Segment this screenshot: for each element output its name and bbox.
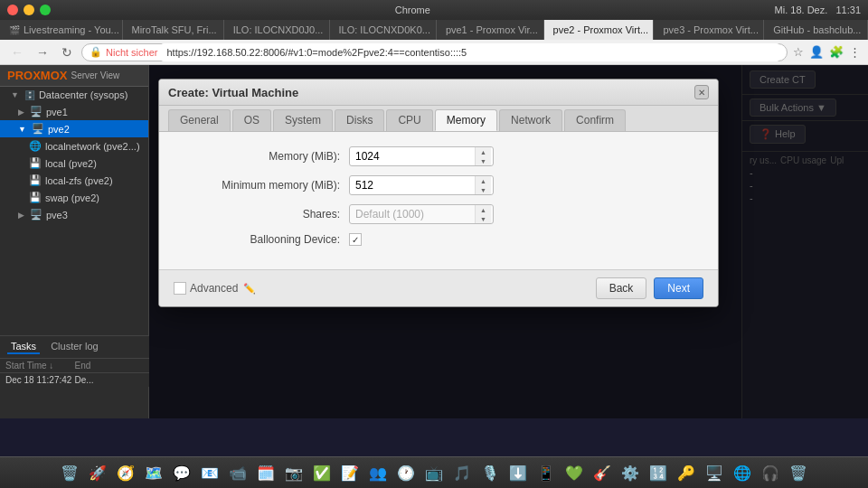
close-button[interactable]	[7, 5, 18, 15]
back-button[interactable]: Back	[596, 277, 647, 299]
profile-icon[interactable]: 👤	[809, 45, 824, 59]
server-view-label: Server View	[71, 70, 119, 80]
end-time-col: End	[75, 361, 145, 371]
minimize-button[interactable]	[24, 5, 34, 15]
memory-input[interactable]	[355, 150, 469, 163]
memory-label: Memory (MiB):	[177, 150, 340, 163]
tab-os[interactable]: OS	[232, 109, 271, 131]
tab-confirm[interactable]: Confirm	[564, 109, 626, 131]
dock-icon-keychain[interactable]: 🔑	[674, 460, 699, 485]
task-columns: Start Time ↓ End	[0, 359, 149, 373]
browser-actions: ☆ 👤 🧩 ⋮	[793, 45, 861, 59]
dock-icon-screen-saver[interactable]: 🖥️	[702, 460, 727, 485]
dock-icon-trash[interactable]: 🗑️	[786, 460, 811, 485]
tab-pve2[interactable]: pve2 - Proxmox Virt... ✕	[544, 20, 655, 40]
net-icon: 🌐	[29, 140, 42, 152]
mac-dock: 🗑️ 🚀 🧭 🗺️ 💬 📧 📹 🗓️ 📷 ✅ 📝 👥 🕐 📺 🎵 🎙️ ⬇️ 📱…	[0, 456, 868, 488]
dock-icon-contacts[interactable]: 👥	[365, 460, 391, 485]
sidebar-item-local-zfs[interactable]: 💾 local-zfs (pve2)	[0, 172, 148, 189]
memory-spinner[interactable]: ▲ ▼	[475, 147, 491, 165]
dock-icon-chrome[interactable]: 🌐	[730, 460, 755, 485]
window-controls[interactable]	[7, 5, 51, 15]
url-input[interactable]	[161, 43, 779, 61]
tab-mirotalk[interactable]: MiroTalk SFU, Fri... ✕	[123, 20, 224, 40]
dock-icon-reminders[interactable]: ✅	[309, 460, 335, 485]
tab-memory[interactable]: Memory	[435, 109, 497, 131]
local-zfs-label: local-zfs (pve2)	[45, 175, 113, 186]
dock-icon-music[interactable]: 🎵	[449, 460, 475, 485]
sidebar-item-localnetwork[interactable]: 🌐 localnetwork (pve2...)	[0, 137, 148, 155]
next-button[interactable]: Next	[654, 277, 703, 299]
tab-ilo2[interactable]: ILO: ILOCNXD0K0... ✕	[330, 20, 437, 40]
min-memory-spin-down[interactable]: ▼	[476, 185, 491, 194]
tab-system[interactable]: System	[273, 109, 333, 131]
tab-pve3[interactable]: pve3 - Proxmox Virt... ✕	[654, 20, 764, 40]
dock-icon-launchpad[interactable]: 🚀	[85, 460, 110, 485]
dock-icon-safari[interactable]: 🧭	[113, 460, 138, 485]
pve1-icon: 🖥️	[30, 106, 42, 117]
dock-icon-calculator[interactable]: 🔢	[646, 460, 671, 485]
dock-icon-mail[interactable]: 📧	[197, 460, 222, 485]
reload-button[interactable]: ↻	[58, 43, 76, 61]
dock-icon-calendar[interactable]: 🗓️	[253, 460, 278, 485]
min-memory-input[interactable]	[355, 179, 469, 192]
tab-pve1[interactable]: pve1 - Proxmox Vir... ✕	[437, 20, 544, 40]
tab-github[interactable]: GitHub - bashclub... ✕	[764, 20, 868, 40]
dock-icon-messages[interactable]: 💬	[169, 460, 194, 485]
dock-icon-iphone[interactable]: 📱	[533, 460, 559, 485]
tab-livestreaming[interactable]: 🎬 Livestreaming - You... ✕	[0, 20, 123, 40]
dock-icon-finder[interactable]: 🗑️	[57, 460, 82, 485]
dock-icon-whatsapp[interactable]: 💚	[561, 460, 587, 485]
sidebar-item-local[interactable]: 💾 local (pve2)	[0, 155, 148, 172]
tab-cpu[interactable]: CPU	[386, 109, 432, 131]
memory-spin-up[interactable]: ▲	[476, 147, 491, 156]
memory-spin-down[interactable]: ▼	[476, 156, 491, 165]
min-memory-spinner[interactable]: ▲ ▼	[475, 176, 491, 194]
shares-input-wrapper[interactable]: Default (1000) ▲ ▼	[349, 204, 494, 224]
min-memory-spin-up[interactable]: ▲	[476, 176, 491, 185]
pve2-icon: 🖥️	[32, 123, 44, 135]
bookmark-icon[interactable]: ☆	[793, 45, 804, 59]
content-area: Create CT Bulk Actions ▼ ❓ Help ry us...…	[149, 65, 868, 418]
dock-icon-notes[interactable]: 📝	[337, 460, 363, 485]
modal-footer: Advanced ✏️ Back Next	[159, 269, 718, 306]
memory-input-wrapper[interactable]: ▲ ▼	[349, 146, 494, 166]
tab-general[interactable]: General	[168, 109, 231, 131]
sidebar-item-pve3[interactable]: ▶ 🖥️ pve3	[0, 206, 148, 223]
modal-overlay: Create: Virtual Machine ✕ General OS Sys…	[149, 65, 868, 418]
tab-ilo1[interactable]: ILO: ILOCNXD0J0... ✕	[224, 20, 330, 40]
dock-icon-photos[interactable]: 📷	[281, 460, 307, 485]
tasks-tab[interactable]: Tasks	[7, 340, 40, 354]
ballooning-checkbox[interactable]: ✓	[349, 233, 362, 246]
dock-icon-guitar[interactable]: 🎸	[590, 460, 615, 485]
dock-icon-settings[interactable]: ⚙️	[618, 460, 643, 485]
advanced-checkbox-wrapper[interactable]: Advanced	[174, 282, 238, 295]
dock-icon-maps[interactable]: 🗺️	[141, 460, 166, 485]
tab-disks[interactable]: Disks	[335, 109, 384, 131]
footer-right: Back Next	[596, 277, 703, 299]
sidebar-item-datacenter[interactable]: ▼ 🗄️ Datacenter (sysops)	[0, 87, 148, 103]
maximize-button[interactable]	[40, 5, 51, 15]
dock-icon-podcasts[interactable]: 🎙️	[477, 460, 503, 485]
menu-icon[interactable]: ⋮	[849, 45, 861, 59]
forward-nav-button[interactable]: →	[33, 43, 52, 61]
advanced-checkbox[interactable]	[174, 282, 186, 295]
tab-network[interactable]: Network	[499, 109, 562, 131]
sidebar-item-swap[interactable]: 💾 swap (pve2)	[0, 189, 148, 206]
shares-spin-up[interactable]: ▲	[476, 205, 491, 214]
dock-icon-facetime[interactable]: 📹	[225, 460, 250, 485]
dock-icon-appletv[interactable]: 📺	[421, 460, 447, 485]
shares-spin-down[interactable]: ▼	[476, 214, 491, 223]
back-nav-button[interactable]: ←	[7, 43, 27, 61]
dock-icon-clock[interactable]: 🕐	[393, 460, 419, 485]
sidebar-item-pve1[interactable]: ▶ 🖥️ pve1	[0, 103, 148, 120]
sidebar-item-pve2[interactable]: ▼ 🖥️ pve2	[0, 120, 148, 137]
extensions-icon[interactable]: 🧩	[829, 45, 844, 59]
dock-icon-spotify[interactable]: 🎧	[758, 460, 783, 485]
min-memory-input-wrapper[interactable]: ▲ ▼	[349, 175, 494, 195]
pve3-label: pve3	[46, 210, 68, 221]
shares-spinner[interactable]: ▲ ▼	[475, 205, 491, 223]
dock-icon-download[interactable]: ⬇️	[505, 460, 531, 485]
modal-close-button[interactable]: ✕	[694, 85, 709, 99]
cluster-log-tab[interactable]: Cluster log	[47, 340, 102, 354]
